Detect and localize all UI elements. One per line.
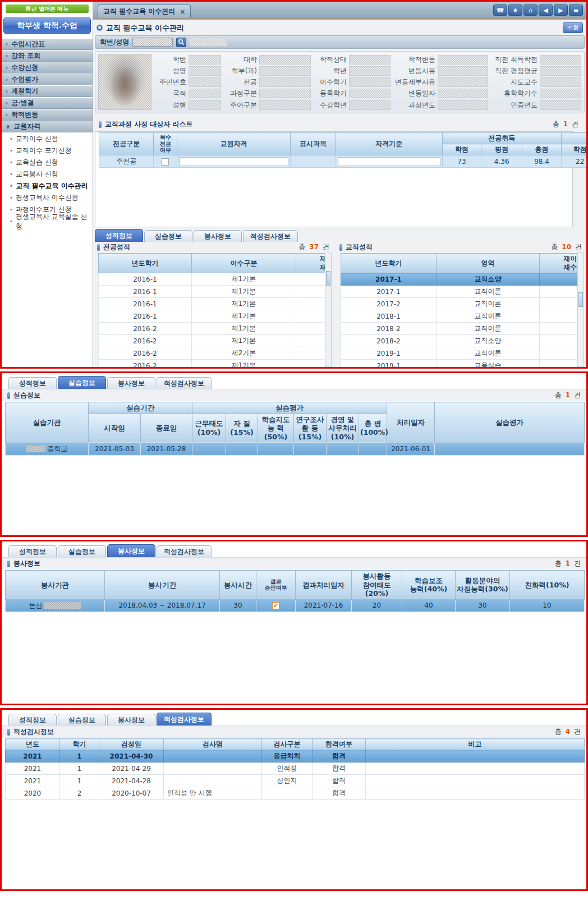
sidebar-item-4[interactable]: ›계절학기	[2, 86, 93, 97]
sidebar-subitem-1[interactable]: •교직이수 포기신청	[2, 145, 93, 157]
table-row[interactable]: 논산 2018.04.03 ~ 2018.07.17 30 ✔ 2021-07-…	[6, 599, 585, 612]
tab-1[interactable]: 실습정보	[144, 230, 192, 242]
table-row[interactable]: 2016-2제1기본학습심리3A+	[99, 360, 332, 368]
table-row[interactable]: 2018-2교직이론교육사회2A+	[341, 323, 585, 335]
table-row[interactable]: 2016-1제1기본전공몰입1P	[99, 286, 332, 298]
recent-menu-bar[interactable]: 최근 열어본 메뉴	[6, 4, 89, 13]
grade-panels: 전공성적 총37건 년도학기 이수구분 재이수 재수강 교과목명 학점 등급	[95, 242, 585, 367]
sidebar-subitem-0[interactable]: •교직이수 신청	[2, 133, 93, 145]
table-row[interactable]: 2016-2제1기본발달심리학3A+	[99, 323, 332, 335]
table-cell: 합격	[313, 787, 366, 800]
section-title: 봉사정보	[13, 559, 40, 568]
table-row[interactable]: 2018-2교직소양교직실무2A+	[341, 335, 585, 347]
sidebar-title-button[interactable]: 학부생 학적.수업	[3, 17, 91, 34]
table-row[interactable]: 2017-1교직소양특수교육학개론2A+	[341, 273, 585, 286]
student-id-input[interactable]	[132, 38, 173, 47]
table-row[interactable]: 202022020-10-07인적성 만 시행합격	[6, 787, 585, 800]
table-cell: 인적성 만 시행	[164, 787, 262, 800]
table-cell: 2021-07-16	[296, 599, 352, 612]
sidebar-item-7[interactable]: ∨교원자격	[2, 121, 93, 132]
col-header: 봉사기관	[6, 571, 105, 600]
table-row[interactable]: 주전공 73 4.36 98.4 22 4.32 97.94	[99, 155, 588, 168]
table-row[interactable]: 202112021-04-30응급처치합격	[6, 750, 585, 763]
tab-1[interactable]: 실습정보	[58, 714, 106, 725]
form-field: 국적	[155, 89, 221, 99]
table-row[interactable]: 2016-2제1기본인간중심치료3A0	[99, 335, 332, 347]
table-cell: 1	[60, 763, 99, 775]
scrollbar-thumb[interactable]	[326, 271, 330, 286]
sidebar-item-2[interactable]: ›수강신청	[2, 62, 93, 74]
tab-0[interactable]: 성적정보	[95, 229, 143, 242]
table-row[interactable]: 2018-1교직이론교육방법및교육공학2A+	[341, 310, 585, 323]
form-field: 학부(과)	[221, 66, 311, 76]
query-button[interactable]: 조회	[563, 22, 583, 33]
tab-3[interactable]: 적성검사정보	[157, 545, 212, 557]
sidebar-subitem-3[interactable]: •교육봉사 신청	[2, 168, 93, 180]
total-label: 총	[555, 559, 562, 567]
table-row[interactable]: 2019-1교직이론교육과정2A+	[341, 347, 585, 360]
arrow-right-icon[interactable]: ▶	[554, 4, 568, 16]
star-icon[interactable]: ★	[508, 4, 522, 16]
arrow-left-icon[interactable]: ◀	[539, 4, 553, 16]
phone-icon[interactable]: ☎	[493, 4, 507, 16]
search-label: 학번/성명	[100, 38, 129, 47]
tab-0[interactable]: 성적정보	[8, 377, 57, 389]
tab-2[interactable]: 봉사정보	[107, 714, 155, 725]
table-row[interactable]: 2016-2제2기본운동학개론3A+	[99, 347, 332, 360]
table-row[interactable]: 2019-1교육실습학교현장실습2B+	[341, 360, 585, 368]
open-tab[interactable]: 교직 필수교육 이수관리 ×	[98, 4, 191, 18]
tab-1[interactable]: 실습정보	[58, 376, 106, 389]
tab-2[interactable]: 봉사정보	[107, 377, 155, 389]
form-field: 학적상태	[311, 54, 391, 65]
tab-0[interactable]: 성적정보	[8, 545, 57, 557]
field-label: 수강학년	[311, 100, 347, 110]
sidebar-subitem-4[interactable]: •교직 필수교육 이수관리	[2, 180, 93, 192]
volunteer-header: 봉사정보 총1건	[2, 557, 586, 570]
tab-3[interactable]: 적성검사정보	[157, 377, 212, 389]
field-label: 성명	[155, 66, 186, 76]
tab-2[interactable]: 봉사정보	[194, 230, 242, 242]
sidebar-subitem-7[interactable]: •평생교육사 교육실습 신청	[2, 215, 93, 227]
tab-2[interactable]: 봉사정보	[107, 544, 155, 557]
scrollbar-thumb[interactable]	[578, 292, 583, 307]
double-major-checkbox[interactable]	[162, 158, 169, 166]
cert-criteria-input[interactable]	[338, 157, 440, 166]
table-row[interactable]: 중학교 2021-05-03 2021-05-28 2021-06-01	[6, 443, 585, 455]
sidebar-item-5[interactable]: ›공·병결	[2, 98, 93, 109]
teacher-cert-input[interactable]	[179, 157, 288, 166]
close-icon[interactable]: ×	[180, 8, 185, 16]
table-row[interactable]: 2017-1교직이론교육학개론2B+	[341, 286, 585, 298]
table-row[interactable]: 2017-2교직이론교육심리2A+	[341, 298, 585, 310]
sidebar-subitem-5[interactable]: •평생교육사 이수신청	[2, 192, 93, 204]
sidebar-item-6[interactable]: ›학적변동	[2, 109, 93, 121]
table-row[interactable]: 202112021-04-28성인지합격	[6, 775, 585, 787]
sidebar-item-3[interactable]: ›수업평가	[2, 74, 93, 85]
approved-checkbox[interactable]: ✔	[272, 602, 279, 609]
table-row[interactable]: 202112021-04-29인적성합격	[6, 763, 585, 775]
sidebar-item-1[interactable]: ›강좌 조회	[2, 50, 93, 62]
tab-3[interactable]: 적성검사정보	[157, 713, 212, 725]
scrollbar[interactable]	[325, 252, 332, 367]
sidebar-subitem-2[interactable]: •교육실습 신청	[2, 157, 93, 168]
practicum-table: 실습기관 실습기간 실습평가 처리일자 실습평가 시작일 종료일 근무태도 (1…	[5, 402, 585, 456]
col-header: 경영 및 사무처리 (10%)	[327, 414, 359, 443]
redacted-value	[44, 602, 81, 609]
tab-3[interactable]: 적성검사정보	[243, 230, 298, 242]
table-cell: 교직이론	[436, 310, 539, 323]
tab-0[interactable]: 성적정보	[8, 714, 57, 725]
col-group-header: 실습기간	[89, 402, 192, 414]
search-icon[interactable]	[176, 38, 186, 47]
info-tabs: 성적정보실습정보봉사정보적성검사정보	[8, 376, 586, 389]
table-cell: 합격	[313, 763, 366, 775]
table-row[interactable]: 2016-1제1기본생활지도3B+	[99, 310, 332, 323]
menu-icon[interactable]: ≡	[569, 4, 583, 16]
toolbar-icons: ☎★⌂◀▶≡	[493, 4, 583, 16]
home-icon[interactable]: ⌂	[523, 4, 538, 16]
sidebar-item-0[interactable]: ›수업시간표	[2, 39, 93, 50]
table-row[interactable]: 2016-1제1기본심리학개론3A+	[99, 298, 332, 310]
table-row[interactable]: 2016-1제1기본상담이론과실제3A+	[99, 273, 332, 286]
tab-1[interactable]: 실습정보	[58, 545, 106, 557]
sidebar-subitem-label: 평생교육사 이수신청	[16, 193, 79, 203]
scrollbar[interactable]	[577, 252, 584, 367]
chevron-right-icon: ›	[6, 112, 8, 118]
